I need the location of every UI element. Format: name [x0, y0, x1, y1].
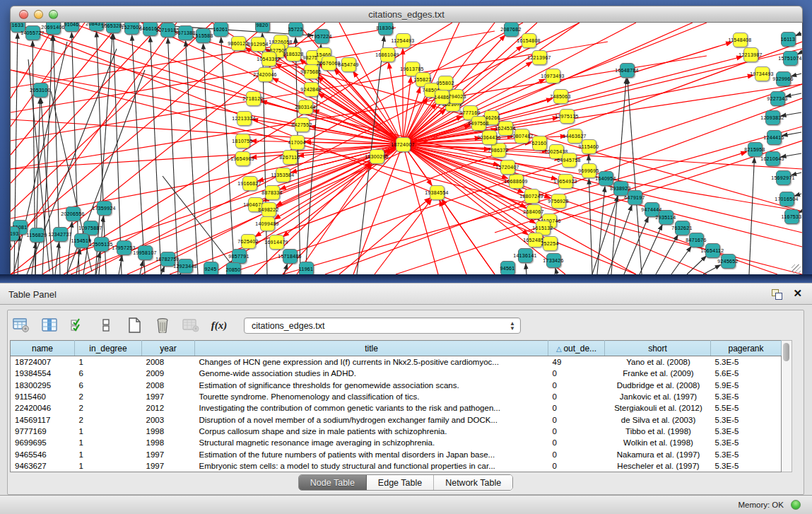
graph-node[interactable]: 2718120	[246, 91, 261, 106]
graph-node[interactable]: 7485063	[553, 89, 568, 104]
graph-node[interactable]: 17016504	[779, 192, 794, 206]
graph-node[interactable]: 12923448	[178, 259, 193, 274]
graph-node[interactable]: 2684067	[526, 204, 541, 219]
graph-node[interactable]: 64945758	[562, 153, 577, 168]
tab-edge-table[interactable]: Edge Table	[367, 475, 434, 490]
graph-node[interactable]: 19166827	[242, 176, 257, 191]
graph-node[interactable]: 14463627	[567, 129, 582, 144]
graph-node[interactable]: 7632621	[675, 221, 690, 235]
graph-node[interactable]: 35723	[288, 23, 303, 37]
graph-node[interactable]: 10654112	[705, 243, 720, 258]
table-row[interactable]: 946554611997Estimation of the future num…	[11, 448, 782, 460]
graph-node[interactable]: 417004	[290, 135, 305, 150]
graph-node[interactable]: 16261	[213, 23, 228, 37]
table-row[interactable]: 1938455462009Genome-wide association stu…	[11, 368, 782, 379]
graph-node[interactable]: 6497568	[471, 116, 486, 131]
column-header-title[interactable]: title	[195, 341, 548, 356]
scrollbar-thumb[interactable]	[783, 343, 789, 361]
graph-node[interactable]: 1733426	[546, 253, 561, 268]
network-canvas[interactable]: 1633140557272069140691046208437110653287…	[10, 23, 803, 276]
graph-node[interactable]: 9857791	[232, 249, 247, 264]
graph-node[interactable]: 8938923	[613, 181, 628, 196]
graph-node[interactable]: 8878334	[265, 185, 280, 200]
row-height-button[interactable]	[97, 316, 115, 334]
graph-node[interactable]: 18807249	[524, 189, 539, 204]
graph-node[interactable]: 17359924	[97, 201, 112, 216]
graph-node[interactable]: 11254493	[396, 33, 411, 48]
column-checklist-button[interactable]	[69, 316, 87, 334]
column-header-short[interactable]: short	[605, 341, 711, 356]
graph-node[interactable]: 955802	[438, 76, 453, 90]
graph-node[interactable]: 11961	[299, 262, 314, 276]
function-builder-button[interactable]: f(x)	[210, 316, 228, 334]
graph-node[interactable]: 10653287	[106, 23, 121, 33]
graph-node[interactable]: 1167533	[784, 209, 799, 224]
graph-node[interactable]: 18300295	[370, 149, 384, 164]
table-row[interactable]: 1872400712008Changes of HCN gene express…	[11, 356, 782, 368]
graph-node[interactable]: 2053100	[33, 83, 48, 98]
graph-node[interactable]: 16914479	[269, 235, 284, 250]
graph-node[interactable]: 8186328	[286, 47, 301, 62]
graph-node[interactable]: 11548408	[733, 33, 748, 47]
tab-network-table[interactable]: Network Table	[434, 475, 512, 490]
table-row[interactable]: 2242004622012Investigating the contribut…	[11, 402, 782, 414]
graph-node[interactable]: 6479197	[628, 190, 642, 205]
graph-node[interactable]: 1624534	[498, 121, 513, 136]
column-header-in_degree[interactable]: in_degree	[75, 341, 142, 356]
graph-node[interactable]: 818304	[378, 23, 393, 35]
graph-node[interactable]: 20206556	[66, 206, 81, 221]
graph-node[interactable]: 39193	[10, 226, 19, 241]
table-selector-combobox[interactable]: citations_edges.txt ▲▼	[244, 317, 521, 334]
graph-node[interactable]: 19384554	[430, 185, 445, 200]
graph-node[interactable]: 7625402	[241, 234, 256, 249]
tab-node-table[interactable]: Node Table	[299, 475, 367, 490]
graph-node[interactable]: 16648784	[620, 63, 635, 78]
graph-node[interactable]: 20676068	[322, 56, 336, 71]
graph-node[interactable]: 7515588	[196, 28, 211, 43]
graph-node[interactable]: 9671388	[178, 25, 193, 40]
table-panel-header[interactable]: Table Panel ✕	[0, 283, 812, 305]
graph-node[interactable]: 18724007	[396, 137, 411, 152]
graph-node[interactable]: 8912954	[251, 37, 266, 52]
graph-node[interactable]: 2087682	[504, 23, 519, 37]
table-row[interactable]: 977716911998Corpus callosum shape and si…	[11, 426, 782, 437]
graph-node[interactable]: 15720407	[500, 160, 515, 175]
graph-node[interactable]: 9875685	[304, 64, 319, 79]
graph-node[interactable]: 1154519	[74, 233, 89, 248]
memory-status-indicator[interactable]	[791, 500, 801, 510]
table-row[interactable]: 1456911722003Disruption of a novel membe…	[11, 414, 782, 425]
table-row[interactable]: 946362711997Embryonic stem cells: a mode…	[11, 460, 782, 472]
graph-node[interactable]: 2935114	[659, 210, 673, 225]
graph-node[interactable]: 20364436	[482, 130, 497, 145]
graph-node[interactable]: 8471676	[689, 233, 704, 247]
graph-node[interactable]: 9245652	[721, 254, 736, 269]
graph-node[interactable]: 10807487	[514, 129, 529, 144]
graph-node[interactable]: 19958107	[138, 245, 153, 260]
graph-node[interactable]: 14099489	[260, 216, 275, 231]
window-titlebar[interactable]: citations_edges.txt	[10, 6, 803, 23]
graph-node[interactable]: 1640954	[599, 171, 613, 186]
graph-node[interactable]: 15751074	[783, 51, 798, 66]
graph-node[interactable]: 12213324	[237, 111, 252, 126]
graph-node[interactable]: 12093832	[765, 110, 780, 125]
column-header-year[interactable]: year	[142, 341, 195, 356]
graph-node[interactable]: 62160	[532, 136, 547, 151]
graph-node[interactable]: 1810755	[235, 134, 250, 148]
select-columns-button[interactable]	[40, 316, 59, 334]
graph-node[interactable]: 2803144	[298, 100, 313, 115]
graph-node[interactable]: 9699695	[582, 163, 596, 178]
graph-node[interactable]: 10688609	[509, 174, 524, 189]
column-header-name[interactable]: name	[11, 341, 75, 356]
graph-node[interactable]: 16113	[781, 32, 796, 47]
graph-node[interactable]: 12505135	[94, 237, 109, 252]
graph-node[interactable]: 19654923	[558, 174, 573, 189]
graph-node[interactable]: 14055727	[25, 25, 40, 40]
table-settings-button[interactable]	[12, 316, 30, 334]
graph-node[interactable]: 16861049	[380, 47, 395, 62]
new-table-button[interactable]	[125, 316, 143, 334]
graph-node[interactable]: 9245	[204, 262, 218, 276]
graph-node[interactable]: 16154808	[522, 33, 536, 48]
close-panel-button[interactable]: ✕	[793, 287, 802, 300]
graph-node[interactable]: 22420046	[258, 67, 273, 82]
graph-node[interactable]: 8267110	[283, 150, 298, 165]
